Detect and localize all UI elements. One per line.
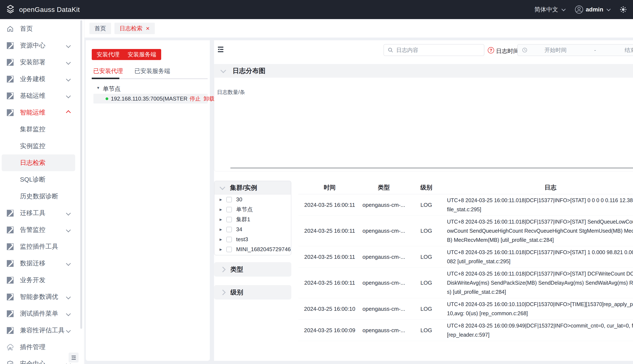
module-icon (6, 327, 14, 334)
caret-right-icon[interactable]: ▶ (220, 208, 223, 212)
tab-log-search[interactable]: 日志检索 × (114, 23, 155, 34)
caret-right-icon[interactable]: ▶ (220, 228, 223, 232)
chevron-down-icon[interactable] (561, 7, 566, 11)
language-selector[interactable]: 简体中文 (534, 6, 558, 14)
checkbox[interactable] (226, 207, 232, 212)
cluster-tree-item[interactable]: ▶ 30 (214, 194, 291, 204)
caret-right-icon[interactable]: ▶ (220, 248, 223, 251)
type-panel-header[interactable]: 类型 (214, 262, 291, 276)
checkbox[interactable] (226, 247, 232, 252)
theme-toggle-icon[interactable] (619, 6, 627, 13)
sidebar-item-intelligent-param-tuning[interactable]: 智能参数调优 (0, 288, 84, 305)
caret-right-icon[interactable]: ▶ (220, 238, 223, 242)
level-panel-header[interactable]: 级别 (214, 285, 291, 300)
sidebar-item-resource-center[interactable]: 资源中心 (0, 37, 84, 54)
cluster-tree-item[interactable]: ▶ 集群1 (214, 214, 291, 224)
sidebar-item-sql-diagnosis[interactable]: SQL诊断 (0, 171, 84, 188)
chart-x-axis (230, 168, 633, 168)
home-icon (6, 25, 14, 33)
cluster-tree-item[interactable]: ▶ 34 (214, 224, 291, 234)
module-icon (6, 75, 14, 83)
range-separator: - (594, 47, 596, 54)
tab-installed-agent[interactable]: 已安装代理 (93, 67, 123, 75)
checkbox[interactable] (226, 227, 232, 232)
sidebar-item-compatibility-assessment[interactable]: 兼容性评估工具 (0, 322, 84, 339)
log-table-header: 时间 类型 级别 日志 (298, 181, 633, 194)
help-icon[interactable]: ? (488, 47, 494, 54)
search-input[interactable] (396, 47, 484, 54)
sidebar-item-instance-monitor[interactable]: 实例监控 (0, 138, 84, 154)
cluster-tree-item[interactable]: ▶ test3 (214, 234, 291, 244)
chevron-down-icon (66, 93, 71, 98)
collapse-sidepanel-icon[interactable] (217, 46, 224, 54)
chevron-down-icon (66, 211, 71, 216)
tab-installed-server[interactable]: 已安装服务端 (134, 67, 170, 75)
sidebar-item-cluster-monitor[interactable]: 集群监控 (0, 121, 84, 138)
chevron-down-icon[interactable] (606, 7, 611, 11)
chevron-right-icon (220, 267, 226, 272)
caret-right-icon[interactable]: ▶ (220, 198, 223, 202)
cluster-instance-panel: 集群/实例 ▶ 30 ▶ 单节点 ▶ 集群1 ▶ 34 ▶ test3 ▶ (214, 181, 291, 256)
caret-right-icon[interactable]: ▶ (220, 218, 223, 222)
sidebar-item-test-plugin-menu[interactable]: 测试插件菜单 (0, 305, 84, 322)
username[interactable]: admin (586, 6, 603, 13)
status-dot-online (106, 97, 108, 100)
checkbox[interactable] (226, 217, 232, 222)
sidebar-item-history-data-diagnosis[interactable]: 历史数据诊断 (0, 188, 84, 205)
sidebar-collapse-button[interactable] (69, 352, 79, 362)
cluster-tree-item[interactable]: ▶ 单节点 (214, 204, 291, 214)
log-distribution-chart (214, 78, 633, 172)
module-icon (6, 260, 14, 267)
level-panel-title: 级别 (230, 288, 243, 297)
page-tabstrip: 首页 日志检索 × (85, 19, 633, 38)
sidebar-item-migration-tools[interactable]: 迁移工具 (0, 205, 84, 222)
log-distribution-header[interactable]: 日志分布图 (214, 64, 633, 78)
start-time-placeholder: 开始时间 (544, 46, 566, 54)
tree-expand-caret[interactable]: ▼ (96, 86, 100, 90)
tab-home[interactable]: 首页 (89, 23, 111, 34)
close-icon[interactable]: × (146, 25, 150, 32)
sidebar-item-log-search[interactable]: 日志检索 (2, 154, 75, 171)
sidebar-scrollbar[interactable] (80, 20, 82, 329)
checkbox[interactable] (226, 237, 232, 242)
sidebar-item-monitor-plugin-tools[interactable]: 监控插件工具 (0, 238, 84, 255)
stop-link[interactable]: 停止 (190, 95, 201, 102)
sidebar-item-alert-monitor[interactable]: 告警监控 (0, 222, 84, 238)
chevron-up-icon (66, 110, 71, 115)
log-table-row: 2024-03-25 16:00:09 opengauss-cm-... LOG… (298, 320, 633, 341)
sidebar-item-home[interactable]: 首页 (0, 20, 84, 37)
type-panel-title: 类型 (230, 265, 243, 274)
sidebar-item-business-dev[interactable]: 业务开发 (0, 272, 84, 288)
chevron-down-icon (220, 68, 226, 73)
search-icon (388, 47, 393, 53)
sidebar-item-basic-ops[interactable]: 基础运维 (0, 88, 84, 104)
log-table-row: 2024-03-25 16:00:11 opengauss-cm-... LOG… (298, 194, 633, 216)
chevron-down-icon (66, 261, 71, 266)
sidebar-item-data-migration[interactable]: 数据迁移 (0, 255, 84, 272)
install-server-button[interactable]: 安装服务端 (123, 49, 161, 60)
log-search-panel: ? 日志时间 开始时间 - 结束时间 日志分布图 日志数量/条 集群/实例 ▶ … (214, 40, 633, 361)
module-icon (6, 310, 14, 318)
sidebar-item-business-modeling[interactable]: 业务建模 (0, 71, 84, 88)
opengauss-logo-icon (6, 4, 15, 15)
date-range-picker[interactable]: 开始时间 - 结束时间 (517, 44, 633, 56)
log-content-search[interactable] (384, 44, 484, 56)
checkbox[interactable] (226, 197, 232, 202)
sidebar-item-install-deploy[interactable]: 安装部署 (0, 54, 84, 71)
chevron-down-icon (66, 76, 71, 82)
cluster-panel-header[interactable]: 集群/实例 (214, 181, 291, 194)
tab-underline-track (119, 78, 208, 79)
sidebar-item-intelligent-ops[interactable]: 智能运维 (0, 104, 84, 121)
log-table-row: 2024-03-25 16:00:11 opengauss-cm-... LOG… (298, 268, 633, 298)
module-icon (6, 209, 14, 217)
avatar[interactable] (575, 5, 583, 14)
tree-group-label[interactable]: 单节点 (103, 85, 121, 93)
install-agent-button[interactable]: 安装代理 (92, 49, 124, 60)
cluster-tree-item[interactable]: ▶ MINI_1682045729746 (214, 244, 291, 254)
agent-node-row[interactable]: 192.168.110.35:7005(MASTER 停止 卸载 (93, 94, 208, 104)
uninstall-link[interactable]: 卸载 (204, 95, 215, 102)
module-icon (6, 276, 14, 284)
cluster-panel-title: 集群/实例 (230, 184, 257, 192)
chevron-right-icon (220, 290, 226, 295)
module-icon (6, 109, 14, 116)
